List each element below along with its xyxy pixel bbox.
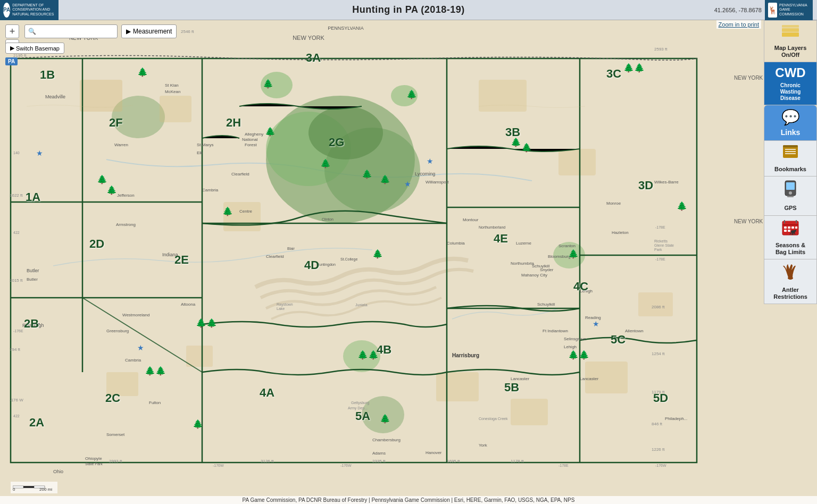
svg-text:NEW YORK: NEW YORK [734, 75, 763, 81]
svg-rect-159 [795, 226, 797, 229]
links-button[interactable]: 💬 Links [764, 105, 817, 141]
antler-restrictions-label: AntlerRestrictions [773, 287, 807, 300]
svg-text:Butler: Butler [27, 277, 38, 282]
seasons-bag-limits-button[interactable]: Seasons &Bag Limits [764, 216, 817, 259]
links-icon: 💬 [781, 108, 800, 126]
svg-text:-178E: -178E [558, 464, 569, 467]
svg-rect-20 [186, 346, 213, 367]
svg-text:794 ft: 794 ft [10, 347, 21, 352]
svg-text:2335 ft: 2335 ft [372, 459, 386, 464]
dcnr-logo-icon: PA [3, 3, 10, 18]
svg-text:Centre: Centre [239, 209, 253, 214]
svg-rect-17 [511, 399, 548, 425]
svg-text:Jefferson: Jefferson [117, 193, 135, 198]
svg-text:Williamsport: Williamsport [426, 180, 449, 184]
svg-text:Blair: Blair [287, 247, 295, 250]
svg-rect-156 [784, 226, 787, 229]
svg-text:-176W: -176W [655, 464, 666, 467]
svg-text:Wilkes-Barre: Wilkes-Barre [654, 180, 679, 184]
svg-text:846 ft: 846 ft [652, 422, 663, 426]
svg-text:200 mi: 200 mi [39, 487, 52, 491]
seasons-bag-limits-label: Seasons &Bag Limits [776, 242, 805, 256]
svg-rect-150 [787, 196, 794, 197]
zoom-in-button[interactable]: + [5, 24, 19, 38]
svg-text:Elk: Elk [197, 150, 203, 155]
search-input[interactable] [38, 28, 114, 35]
map-container[interactable]: 2195 ft 2546 ft 2484 ft 2593 ft 1622 ft … [0, 0, 817, 504]
svg-rect-19 [106, 372, 138, 396]
dcnr-logo: PA DEPARTMENT OF CONSERVATION AND NATURA… [0, 0, 59, 20]
svg-point-5 [261, 72, 293, 98]
svg-text:Glenn State: Glenn State [654, 243, 674, 247]
antler-restrictions-button[interactable]: AntlerRestrictions [764, 259, 817, 304]
svg-text:Altoona: Altoona [181, 302, 196, 307]
svg-text:1695 ft: 1695 ft [447, 459, 460, 464]
svg-text:Clinton: Clinton [322, 217, 334, 221]
svg-text:Raystown: Raystown [277, 303, 293, 307]
map-layers-icon [781, 24, 800, 43]
svg-text:Indiana: Indiana [162, 252, 178, 257]
svg-text:1178 ft: 1178 ft [511, 459, 524, 464]
svg-text:Scranton: Scranton [558, 243, 576, 248]
gps-label: GPS [784, 205, 796, 212]
svg-text:140: 140 [13, 151, 20, 155]
svg-text:St Klan: St Klan [165, 83, 179, 88]
svg-text:State Park: State Park [85, 462, 103, 466]
pa-badge: PA [5, 57, 18, 65]
search-bar-container[interactable]: 🔍 [24, 24, 118, 38]
map-background: 2195 ft 2546 ft 2484 ft 2593 ft 1622 ft … [0, 0, 817, 504]
svg-text:Northumbria: Northumbria [511, 261, 535, 266]
bookmarks-label: Bookmarks [774, 166, 806, 173]
zoom-print-button[interactable]: Zoom in to print [716, 20, 761, 29]
svg-text:Bloomsburg: Bloomsburg [548, 254, 571, 259]
svg-point-4 [309, 106, 383, 159]
gps-button[interactable]: GPS [764, 177, 817, 215]
measurement-button[interactable]: ▶ Measurement [121, 24, 177, 38]
bookmarks-icon [782, 144, 799, 164]
cwd-icon: CWD [775, 65, 805, 80]
measurement-icon: ▶ [126, 28, 131, 35]
svg-text:Ricketts: Ricketts [654, 239, 668, 243]
svg-text:Selinsgrove: Selinsgrove [564, 337, 586, 341]
svg-text:Westmoreland: Westmoreland [122, 313, 149, 317]
svg-rect-157 [788, 226, 790, 229]
svg-text:Juniata: Juniata [355, 303, 368, 307]
svg-text:Luzerne: Luzerne [516, 241, 531, 246]
svg-text:Monroe: Monroe [606, 201, 621, 206]
header-right: 41.2656, -78.8678 🦌 pennsylvania GAME CO… [712, 0, 817, 20]
svg-rect-153 [782, 224, 798, 225]
svg-text:National: National [242, 137, 258, 142]
svg-rect-143 [783, 145, 798, 147]
svg-text:422: 422 [13, 414, 20, 418]
pgc-logo-text: pennsylvania GAME COMMISSION [779, 3, 810, 16]
svg-text:0: 0 [13, 487, 15, 491]
svg-text:-176 W: -176 W [10, 398, 23, 402]
basemap-button[interactable]: ▶ Switch Basemap [5, 43, 64, 54]
svg-text:Huntingdon: Huntingdon [316, 263, 336, 267]
svg-text:Clearfield: Clearfield [231, 172, 249, 177]
svg-text:St Marys: St Marys [197, 142, 214, 147]
svg-text:-176W: -176W [213, 464, 224, 467]
svg-text:1622 ft: 1622 ft [10, 193, 23, 198]
dcnr-logo-text: DEPARTMENT OF CONSERVATION AND NATURAL R… [12, 3, 55, 16]
svg-rect-160 [784, 230, 787, 232]
map-layers-button[interactable]: Map Layers On/Off [764, 20, 817, 62]
svg-text:2015 ft: 2015 ft [10, 278, 23, 283]
gps-icon [783, 180, 798, 203]
links-label: Links [781, 128, 801, 137]
svg-rect-15 [558, 149, 596, 175]
svg-text:Meadville: Meadville [45, 94, 65, 99]
svg-text:Schuylkill: Schuylkill [537, 302, 555, 307]
svg-text:Lehigh: Lehigh [580, 289, 593, 293]
svg-rect-12 [160, 96, 191, 122]
svg-text:Allentown: Allentown [625, 329, 644, 333]
bookmarks-button[interactable]: Bookmarks [764, 141, 817, 177]
cwd-button[interactable]: CWD ChronicWastingDisease [764, 62, 817, 105]
svg-text:422: 422 [13, 231, 20, 234]
pgc-logo: 🦌 pennsylvania GAME COMMISSION [765, 0, 813, 20]
svg-text:2546 ft: 2546 ft [181, 29, 194, 34]
svg-text:1254 ft: 1254 ft [652, 351, 665, 356]
svg-text:Fulton: Fulton [149, 400, 161, 405]
svg-text:Chambersburg: Chambersburg [372, 438, 401, 442]
svg-text:Army Dep...: Army Dep... [348, 406, 368, 410]
